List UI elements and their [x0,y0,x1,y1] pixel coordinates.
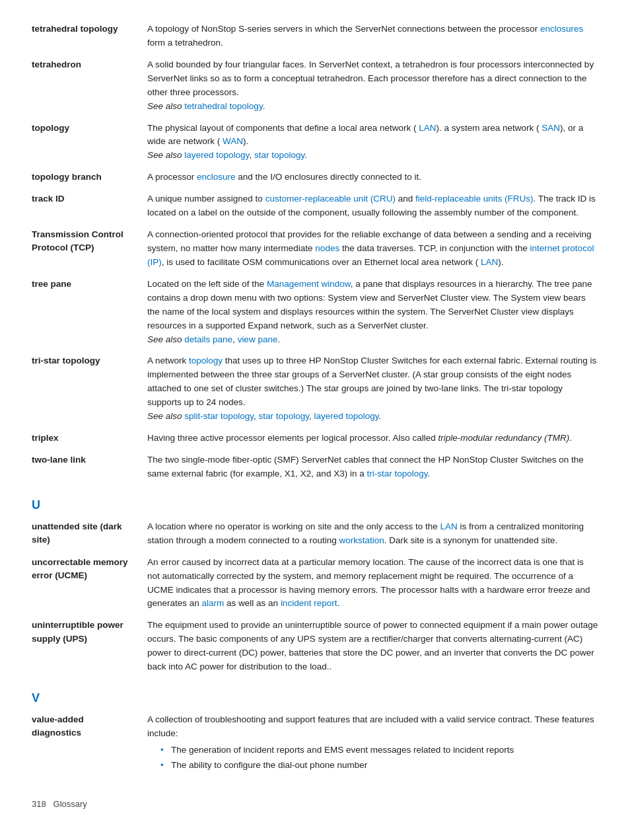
section-v-letter: V [32,679,598,710]
glossary-row: topology branchA processor enclosure and… [32,168,598,190]
glossary-definition: A topology of NonStop S-series servers i… [147,20,598,56]
glossary-definition: Having three active processor elements p… [147,429,598,451]
glossary-link[interactable]: workstation [339,535,384,545]
glossary-row: tri-star topologyA network topology that… [32,352,598,429]
footer: 318 Glossary [32,799,598,809]
glossary-table-u: unattended site (dark site)A location wh… [32,517,598,679]
glossary-table: tetrahedral topologyA topology of NonSto… [32,20,598,486]
glossary-link[interactable]: split-star topology [184,411,254,421]
glossary-row: two-lane linkThe two single-mode fiber-o… [32,451,598,486]
glossary-link[interactable]: layered topology [184,150,249,160]
glossary-definition: A network topology that uses up to three… [147,352,598,429]
glossary-term: track ID [32,190,147,225]
glossary-row: triplexHaving three active processor ele… [32,429,598,451]
glossary-link[interactable]: enclosure [197,172,236,182]
glossary-link[interactable]: incident report [281,598,337,608]
glossary-row: track IDA unique number assigned to cust… [32,190,598,225]
glossary-term: unattended site (dark site) [32,517,147,553]
glossary-link[interactable]: LAN [481,257,498,267]
glossary-definition: A location where no operator is working … [147,517,598,553]
section-u-letter: U [32,486,598,517]
glossary-row: uncorrectable memory error (UCME)An erro… [32,553,598,617]
glossary-link[interactable]: layered topology [314,411,378,421]
page-number: 318 [32,799,46,809]
glossary-row: uninterruptible power supply (UPS)The eq… [32,616,598,679]
glossary-link[interactable]: tri-star topology [367,469,427,478]
glossary-row: Transmission Control Protocol (TCP)A con… [32,225,598,275]
glossary-link[interactable]: details pane [184,334,232,344]
glossary-definition: A processor enclosure and the I/O enclos… [147,168,598,190]
glossary-table-v: value-added diagnosticsA collection of t… [32,710,598,779]
glossary-term: value-added diagnostics [32,710,147,779]
glossary-definition: A unique number assigned to customer-rep… [147,190,598,225]
glossary-definition: The equipment used to provide an uninter… [147,616,598,679]
glossary-link[interactable]: customer-replaceable unit (CRU) [265,194,396,204]
glossary-definition: Located on the left side of the Manageme… [147,275,598,352]
glossary-link[interactable]: LAN [440,521,458,531]
glossary-definition: An error caused by incorrect data at a p… [147,553,598,617]
glossary-link[interactable]: tetrahedral topology [184,101,262,111]
glossary-link[interactable]: field-replaceable units (FRUs) [415,194,534,204]
glossary-link[interactable]: nodes [315,243,339,253]
glossary-link[interactable]: WAN [223,136,243,146]
footer-label: Glossary [53,799,87,809]
glossary-term: topology [32,119,147,169]
glossary-row: topologyThe physical layout of component… [32,119,598,169]
glossary-term: uncorrectable memory error (UCME) [32,553,147,617]
glossary-row: tree paneLocated on the left side of the… [32,275,598,352]
glossary-link[interactable]: enclosures [540,24,583,34]
glossary-link[interactable]: star topology [259,411,309,421]
glossary-term: Transmission Control Protocol (TCP) [32,225,147,275]
glossary-row: unattended site (dark site)A location wh… [32,517,598,553]
glossary-link[interactable]: star topology [254,150,304,160]
glossary-term: triplex [32,429,147,451]
glossary-link[interactable]: alarm [202,598,225,608]
glossary-term: topology branch [32,168,147,190]
glossary-term: tetrahedral topology [32,20,147,56]
glossary-definition: The physical layout of components that d… [147,119,598,169]
glossary-link[interactable]: internet protocol (IP) [147,243,594,267]
glossary-term: uninterruptible power supply (UPS) [32,616,147,679]
glossary-term: tri-star topology [32,352,147,429]
glossary-definition: A collection of troubleshooting and supp… [147,710,598,779]
glossary-row: tetrahedral topologyA topology of NonSto… [32,20,598,56]
glossary-definition: A connection-oriented protocol that prov… [147,225,598,275]
glossary-link[interactable]: SAN [542,123,560,133]
glossary-row: value-added diagnosticsA collection of t… [32,710,598,779]
bullet-item: The generation of incident reports and E… [160,744,598,757]
glossary-term: tree pane [32,275,147,352]
glossary-definition: The two single-mode fiber-optic (SMF) Se… [147,451,598,486]
glossary-definition: A solid bounded by four triangular faces… [147,56,598,119]
glossary-link[interactable]: LAN [419,123,436,133]
glossary-link[interactable]: Management window [267,279,351,289]
bullet-item: The ability to configure the dial-out ph… [160,759,598,773]
glossary-row: tetrahedronA solid bounded by four trian… [32,56,598,119]
glossary-term: tetrahedron [32,56,147,119]
glossary-term: two-lane link [32,451,147,486]
glossary-link[interactable]: view pane [238,334,278,344]
glossary-link[interactable]: topology [189,356,223,365]
